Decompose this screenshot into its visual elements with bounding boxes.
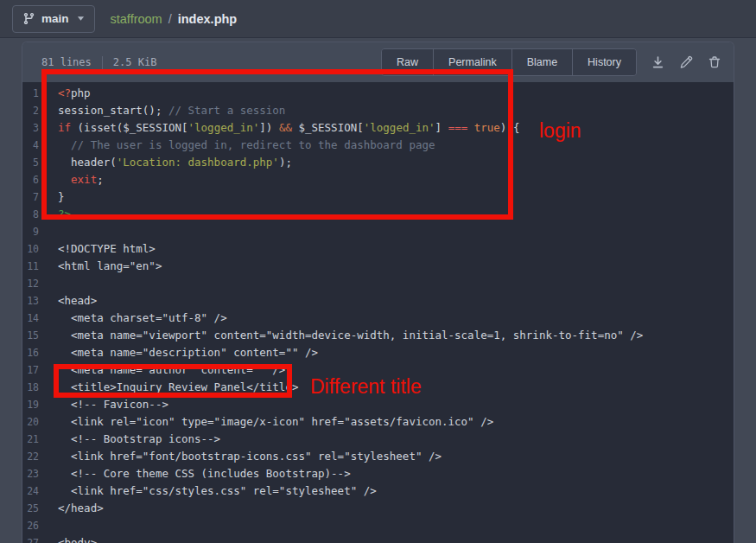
line-number[interactable]: 6 [22, 171, 39, 188]
line-number[interactable]: 7 [22, 188, 39, 206]
code-line: 19 <!-- Favicon--> [22, 396, 734, 413]
code-line: 25</head> [22, 500, 734, 517]
code-line-content: <!-- Favicon--> [58, 396, 168, 413]
code-line-content: <link href="css/styles.css" rel="stylesh… [58, 482, 377, 500]
chevron-down-icon [77, 16, 85, 22]
line-number[interactable]: 19 [22, 396, 39, 413]
line-number[interactable]: 12 [22, 275, 39, 292]
code-line: 7} [22, 188, 734, 206]
code-line: 20 <link rel="icon" type="image/x-icon" … [22, 413, 734, 431]
code-line: 14 <meta charset="utf-8" /> [22, 310, 734, 327]
branch-selector[interactable]: main [12, 5, 95, 33]
file-size: 2.5 KiB [113, 56, 157, 68]
code-line-content: <link rel="icon" type="image/x-icon" hre… [58, 413, 493, 431]
code-line: 3if (isset($_SESSION['logged_in']) && $_… [22, 119, 734, 137]
code-line-content: <head> [58, 292, 97, 310]
code-line: 8?> [22, 206, 734, 223]
code-line-content: exit; [58, 171, 104, 188]
breadcrumb-separator: / [168, 12, 172, 26]
code-line: 21 <!-- Bootstrap icons--> [22, 431, 734, 448]
code-line-content: <!-- Bootstrap icons--> [58, 431, 220, 448]
code-line-content: <meta name="viewport" content="width=dev… [58, 327, 643, 344]
code-line: 2session_start(); // Start a session [22, 102, 734, 119]
git-branch-icon [22, 12, 35, 25]
line-number[interactable]: 23 [22, 465, 39, 482]
line-number[interactable]: 18 [22, 379, 39, 396]
code-line: 23 <!-- Core theme CSS (includes Bootstr… [22, 465, 734, 482]
line-number[interactable]: 22 [22, 448, 39, 465]
delete-icon[interactable] [707, 54, 722, 70]
breadcrumb: staffroom / index.php [111, 12, 238, 26]
line-number[interactable]: 11 [22, 258, 39, 275]
line-number[interactable]: 8 [22, 206, 39, 223]
code-line-content: <meta name="author" content="" /> [58, 361, 285, 379]
view-mode-button-group: Raw Permalink Blame History [381, 48, 637, 76]
line-number[interactable]: 4 [22, 137, 39, 154]
top-navbar: main staffroom / index.php [0, 0, 756, 38]
line-number[interactable]: 1 [22, 85, 39, 102]
code-line: 27<body> [22, 534, 734, 543]
line-number[interactable]: 21 [22, 431, 39, 448]
line-number[interactable]: 26 [22, 517, 39, 534]
code-line-content: } [58, 188, 65, 206]
breadcrumb-repo-link[interactable]: staffroom [111, 12, 162, 26]
line-number[interactable]: 15 [22, 327, 39, 344]
line-number[interactable]: 5 [22, 154, 39, 171]
code-line: 12 [22, 275, 734, 292]
line-number[interactable]: 24 [22, 482, 39, 500]
code-line: 6 exit; [22, 171, 734, 188]
line-number[interactable]: 14 [22, 310, 39, 327]
line-number[interactable]: 16 [22, 344, 39, 361]
permalink-button[interactable]: Permalink [434, 49, 512, 75]
code-line: 15 <meta name="viewport" content="width=… [22, 327, 734, 344]
code-line-content: header('Location: dashboard.php'); [58, 154, 292, 171]
line-number[interactable]: 9 [22, 223, 39, 240]
code-line: 16 <meta name="description" content="" /… [22, 344, 734, 361]
file-header: 81 lines 2.5 KiB Raw Permalink Blame His… [22, 42, 734, 82]
download-icon[interactable] [650, 54, 665, 70]
code-line: 18 <title>Inquiry Review Panel</title> [22, 379, 734, 396]
code-line-content: <html lang="en"> [58, 258, 162, 275]
edit-icon[interactable] [678, 54, 694, 70]
line-number[interactable]: 2 [22, 102, 39, 119]
code-line-content: session_start(); // Start a session [58, 102, 285, 119]
code-line-content: if (isset($_SESSION['logged_in']) && $_S… [58, 119, 519, 137]
breadcrumb-file-name: index.php [178, 12, 237, 26]
code-viewer: 1<?php2session_start(); // Start a sessi… [22, 82, 734, 543]
code-line: 17 <meta name="author" content="" /> [22, 361, 734, 379]
code-line-content: <meta charset="utf-8" /> [58, 310, 227, 327]
code-line: 24 <link href="css/styles.css" rel="styl… [22, 482, 734, 500]
history-button[interactable]: History [573, 49, 636, 75]
code-line: 1<?php [22, 85, 734, 102]
code-line-content: <meta name="description" content="" /> [58, 344, 318, 361]
code-line-content: <?php [58, 85, 91, 102]
code-line-content: // The user is logged in, redirect to th… [58, 137, 435, 154]
code-line: 13<head> [22, 292, 734, 310]
code-line-content: </head> [58, 500, 104, 517]
line-number[interactable]: 10 [22, 240, 39, 258]
code-line-content: <!-- Core theme CSS (includes Bootstrap)… [58, 465, 351, 482]
file-actions: Raw Permalink Blame History [381, 48, 722, 76]
code-line: 22 <link href="font/bootstrap-icons.css"… [22, 448, 734, 465]
code-line: 10<!DOCTYPE html> [22, 240, 734, 258]
stats-divider [102, 56, 103, 69]
code-line: 9 [22, 223, 734, 240]
file-view-screen: main staffroom / index.php 81 lines 2.5 … [0, 0, 756, 543]
file-lines-count: 81 lines [41, 56, 92, 68]
line-number[interactable]: 3 [22, 119, 39, 137]
raw-button[interactable]: Raw [382, 49, 434, 75]
line-number[interactable]: 17 [22, 361, 39, 379]
code-line: 4 // The user is logged in, redirect to … [22, 137, 734, 154]
code-line-content: <title>Inquiry Review Panel</title> [58, 379, 298, 396]
code-line-content: ?> [58, 206, 71, 223]
line-number[interactable]: 20 [22, 413, 39, 431]
file-card: 81 lines 2.5 KiB Raw Permalink Blame His… [22, 42, 734, 543]
branch-name: main [41, 12, 69, 25]
blame-button[interactable]: Blame [512, 49, 573, 75]
line-number[interactable]: 25 [22, 500, 39, 517]
line-number[interactable]: 27 [22, 534, 39, 543]
line-number[interactable]: 13 [22, 292, 39, 310]
code-line-content: <body> [58, 534, 97, 543]
code-line: 26 [22, 517, 734, 534]
code-line: 11<html lang="en"> [22, 258, 734, 275]
